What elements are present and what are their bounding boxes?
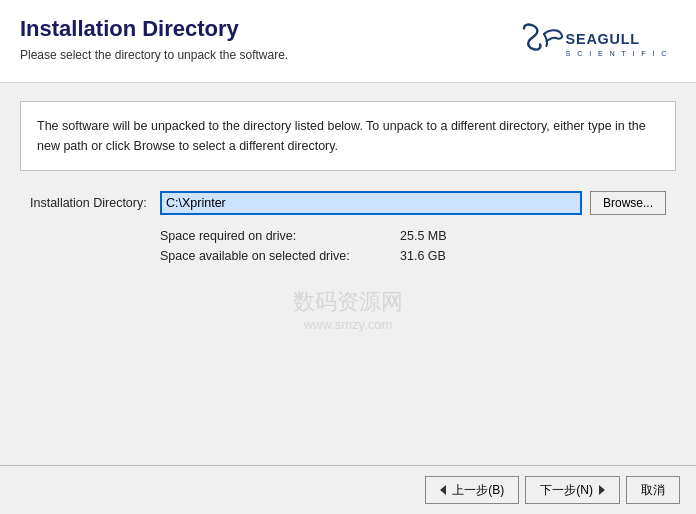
description-box: The software will be unpacked to the dir… <box>20 101 676 171</box>
back-button[interactable]: 上一步(B) <box>425 476 519 504</box>
seagull-logo-svg: SEAGULL S C I E N T I F I C <box>516 20 676 68</box>
svg-text:S C I E N T I F I C: S C I E N T I F I C <box>566 49 669 58</box>
form-section: Installation Directory: Browse... Space … <box>20 191 676 263</box>
watermark-url: www.smzy.com <box>304 317 393 332</box>
dialog-header: Installation Directory Please select the… <box>0 0 696 83</box>
directory-label: Installation Directory: <box>30 196 160 210</box>
company-logo: SEAGULL S C I E N T I F I C <box>516 20 676 68</box>
browse-button[interactable]: Browse... <box>590 191 666 215</box>
page-title: Installation Directory <box>20 16 288 42</box>
back-label: 上一步(B) <box>452 482 504 499</box>
watermark-text: 数码资源网 <box>293 287 403 317</box>
next-button[interactable]: 下一步(N) <box>525 476 620 504</box>
back-chevron-icon <box>440 485 446 495</box>
space-required-value: 25.5 MB <box>400 229 447 243</box>
next-chevron-icon <box>599 485 605 495</box>
dialog-footer: 上一步(B) 下一步(N) 取消 <box>0 466 696 514</box>
space-available-label: Space available on selected drive: <box>160 249 400 263</box>
svg-text:SEAGULL: SEAGULL <box>566 31 640 47</box>
dialog-content: The software will be unpacked to the dir… <box>0 83 696 465</box>
directory-row: Installation Directory: Browse... <box>30 191 666 215</box>
space-available-row: Space available on selected drive: 31.6 … <box>160 249 666 263</box>
cancel-button[interactable]: 取消 <box>626 476 680 504</box>
info-table: Space required on drive: 25.5 MB Space a… <box>160 229 666 263</box>
page-subtitle: Please select the directory to unpack th… <box>20 48 288 62</box>
installation-dialog: Installation Directory Please select the… <box>0 0 696 514</box>
space-required-label: Space required on drive: <box>160 229 400 243</box>
next-label: 下一步(N) <box>540 482 593 499</box>
watermark-area: 数码资源网 www.smzy.com <box>20 269 676 349</box>
description-text: The software will be unpacked to the dir… <box>37 119 646 153</box>
space-available-value: 31.6 GB <box>400 249 446 263</box>
space-required-row: Space required on drive: 25.5 MB <box>160 229 666 243</box>
watermark: 数码资源网 www.smzy.com <box>293 287 403 332</box>
directory-input[interactable] <box>160 191 582 215</box>
cancel-label: 取消 <box>641 482 665 499</box>
header-left: Installation Directory Please select the… <box>20 16 288 62</box>
